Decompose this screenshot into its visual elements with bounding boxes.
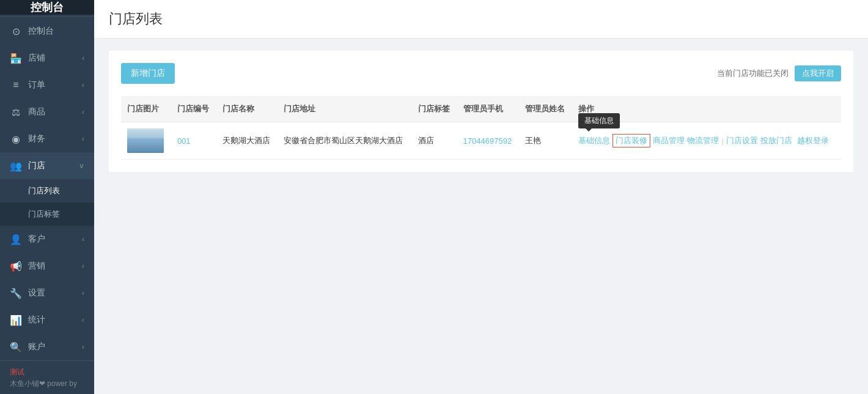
account-icon: 🔍 bbox=[10, 341, 22, 353]
action-links: 基础信息 基础信息 门店装修 商品管理 物流管理 | 门店设置 投放门店 bbox=[578, 134, 835, 147]
status-bar: 当前门店功能已关闭 点我开启 bbox=[717, 65, 841, 81]
sidebar-item-goods[interactable]: ⚖ 商品 ‹ bbox=[0, 98, 94, 125]
marketing-icon: 📢 bbox=[10, 260, 22, 272]
stats-icon: 📊 bbox=[10, 314, 22, 326]
cell-tag: 酒店 bbox=[412, 122, 457, 160]
sidebar-item-marketing[interactable]: 📢 营销 ‹ bbox=[0, 253, 94, 280]
shop-icon: 🏪 bbox=[10, 52, 22, 64]
finance-arrow-icon: ‹ bbox=[82, 135, 84, 143]
separator: | bbox=[721, 136, 723, 146]
status-text: 当前门店功能已关闭 bbox=[717, 68, 789, 79]
store-thumbnail bbox=[127, 128, 164, 153]
goods-icon: ⚖ bbox=[10, 106, 22, 118]
marketing-arrow-icon: ‹ bbox=[82, 262, 84, 270]
order-arrow-icon: ‹ bbox=[82, 81, 84, 89]
sidebar-item-customer[interactable]: 👤 客户 ‹ bbox=[0, 226, 94, 253]
sidebar: 控制台 ⊙ 控制台 🏪 店铺 ‹ ≡ 订单 ‹ ⚖ 商品 ‹ ◉ 财务 ‹ 👥 … bbox=[0, 0, 94, 394]
col-address: 门店地址 bbox=[278, 96, 412, 122]
launch-link[interactable]: 投放门店 bbox=[760, 135, 792, 146]
col-id: 门店编号 bbox=[171, 96, 216, 122]
cell-actions: 基础信息 基础信息 门店装修 商品管理 物流管理 | 门店设置 投放门店 bbox=[572, 122, 841, 160]
enable-button[interactable]: 点我开启 bbox=[795, 65, 841, 81]
order-icon: ≡ bbox=[10, 79, 22, 91]
sidebar-item-finance[interactable]: ◉ 财务 ‹ bbox=[0, 125, 94, 152]
customer-icon: 👤 bbox=[10, 233, 22, 245]
test-label: 测试 bbox=[10, 367, 84, 377]
col-image: 门店图片 bbox=[121, 96, 171, 122]
store-arrow-icon: ∨ bbox=[79, 162, 84, 170]
col-tag: 门店标签 bbox=[412, 96, 457, 122]
sidebar-item-store-tag[interactable]: 门店标签 bbox=[0, 203, 94, 226]
col-manager: 管理员姓名 bbox=[519, 96, 572, 122]
toolbar: 新增门店 当前门店功能已关闭 点我开启 bbox=[121, 63, 841, 84]
table-wrap: 门店图片 门店编号 门店名称 门店地址 门店标签 管理员手机 管理员姓名 操作 bbox=[121, 96, 841, 160]
sidebar-footer: 测试 木鱼小铺❤ power by bbox=[0, 360, 94, 394]
col-name: 门店名称 bbox=[216, 96, 278, 122]
logistics-link[interactable]: 物流管理 bbox=[687, 135, 719, 146]
cell-id: 001 bbox=[171, 122, 216, 160]
page-header: 门店列表 bbox=[94, 0, 868, 39]
sidebar-item-order[interactable]: ≡ 订单 ‹ bbox=[0, 72, 94, 98]
dashboard-icon: ⊙ bbox=[10, 25, 22, 37]
page-title: 门店列表 bbox=[109, 10, 853, 28]
add-store-button[interactable]: 新增门店 bbox=[121, 63, 175, 84]
customer-arrow-icon: ‹ bbox=[82, 235, 84, 243]
store-icon: 👥 bbox=[10, 160, 22, 172]
sidebar-item-settings[interactable]: 🔧 设置 ‹ bbox=[0, 280, 94, 307]
table-header-row: 门店图片 门店编号 门店名称 门店地址 门店标签 管理员手机 管理员姓名 操作 bbox=[121, 96, 841, 122]
store-submenu: 门店列表 门店标签 bbox=[0, 179, 94, 226]
sidebar-logo: 控制台 bbox=[0, 0, 94, 15]
cell-name: 天鹅湖大酒店 bbox=[216, 122, 278, 160]
shop-arrow-icon: ‹ bbox=[82, 54, 84, 62]
main-card: 新增门店 当前门店功能已关闭 点我开启 门店图片 门店编号 门店名称 门店地址 … bbox=[109, 51, 853, 172]
basic-info-tooltip-wrap: 基础信息 基础信息 bbox=[578, 135, 610, 146]
finance-icon: ◉ bbox=[10, 133, 22, 145]
sidebar-item-store-list[interactable]: 门店列表 bbox=[0, 179, 94, 203]
settings-icon: 🔧 bbox=[10, 287, 22, 299]
store-id-link[interactable]: 001 bbox=[177, 136, 191, 146]
page-content: 新增门店 当前门店功能已关闭 点我开启 门店图片 门店编号 门店名称 门店地址 … bbox=[94, 39, 868, 394]
cell-address: 安徽省合肥市蜀山区天鹅湖大酒店 bbox=[278, 122, 412, 160]
cell-phone: 17044697592 bbox=[457, 122, 520, 160]
sidebar-item-dashboard[interactable]: ⊙ 控制台 bbox=[0, 18, 94, 45]
settings-arrow-icon: ‹ bbox=[82, 289, 84, 297]
brand-label: 木鱼小铺❤ power by bbox=[10, 379, 84, 389]
cell-image bbox=[121, 122, 171, 160]
sidebar-item-store[interactable]: 👥 门店 ∨ bbox=[0, 152, 94, 179]
table-row: 001 天鹅湖大酒店 安徽省合肥市蜀山区天鹅湖大酒店 酒店 1704469759… bbox=[121, 122, 841, 160]
sidebar-item-account[interactable]: 🔍 账户 ‹ bbox=[0, 333, 94, 360]
goods-arrow-icon: ‹ bbox=[82, 108, 84, 116]
goods-mgmt-link[interactable]: 商品管理 bbox=[653, 135, 685, 146]
sidebar-item-stats[interactable]: 📊 统计 ‹ bbox=[0, 307, 94, 333]
col-phone: 管理员手机 bbox=[457, 96, 520, 122]
basic-info-link[interactable]: 基础信息 bbox=[578, 136, 610, 145]
cell-manager: 王艳 bbox=[519, 122, 572, 160]
main-content: 门店列表 新增门店 当前门店功能已关闭 点我开启 门店图片 门店编号 门店名称 bbox=[94, 0, 868, 394]
auth-login-link[interactable]: 越权登录 bbox=[797, 135, 829, 146]
account-arrow-icon: ‹ bbox=[82, 343, 84, 351]
tooltip-box: 基础信息 bbox=[578, 113, 620, 128]
store-settings-link[interactable]: 门店设置 bbox=[726, 135, 758, 146]
sidebar-item-shop[interactable]: 🏪 店铺 ‹ bbox=[0, 45, 94, 72]
store-table: 门店图片 门店编号 门店名称 门店地址 门店标签 管理员手机 管理员姓名 操作 bbox=[121, 96, 841, 160]
decoration-link[interactable]: 门店装修 bbox=[612, 134, 650, 147]
phone-number: 17044697592 bbox=[463, 136, 512, 146]
stats-arrow-icon: ‹ bbox=[82, 316, 84, 324]
